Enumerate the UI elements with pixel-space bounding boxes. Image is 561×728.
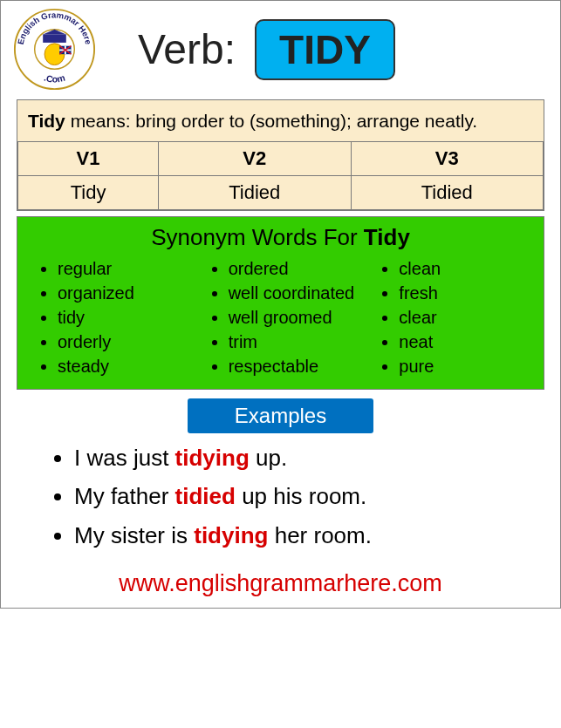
verb-label: Verb: (138, 25, 236, 73)
header: English Grammar Here .Com Verb: TIDY (1, 1, 560, 99)
definition-box: Tidy means: bring order to (something); … (17, 99, 544, 211)
examples-title-row: Examples (1, 398, 560, 433)
list-item: orderly (58, 330, 195, 354)
table-row: Tidy Tidied Tidied (18, 176, 544, 210)
site-logo: English Grammar Here .Com (13, 8, 96, 91)
example-item: My sister is tidying her room. (74, 516, 525, 555)
examples-list: I was just tidying up. My father tidied … (44, 439, 525, 555)
cell-v2: Tidied (159, 176, 351, 210)
svg-rect-4 (43, 34, 66, 43)
list-item: trim (229, 330, 366, 354)
verb-forms-table: V1 V2 V3 Tidy Tidied Tidied (17, 141, 544, 210)
highlight: tidied (175, 483, 236, 509)
example-item: I was just tidying up. (74, 439, 525, 477)
footer-url: www.englishgrammarhere.com (1, 563, 560, 608)
list-item: ordered (229, 256, 366, 281)
highlight: tidying (175, 445, 250, 471)
synonym-columns: regular organized tidy orderly steady or… (17, 256, 544, 378)
list-item: fresh (399, 281, 537, 305)
list-item: respectable (229, 354, 366, 378)
synonym-title: Synonym Words For Tidy (17, 224, 544, 251)
synonym-col-1: regular organized tidy orderly steady (24, 256, 195, 378)
col-v1: V1 (18, 142, 159, 176)
list-item: clean (399, 256, 537, 281)
synonym-col-3: clean fresh clear neat pure (366, 256, 537, 378)
table-header-row: V1 V2 V3 (18, 142, 544, 176)
examples-title: Examples (188, 398, 373, 433)
col-v2: V2 (159, 142, 351, 176)
definition-label: means: (65, 111, 136, 131)
list-item: clear (399, 305, 537, 330)
list-item: steady (58, 354, 195, 378)
definition-body: bring order to (something); arrange neat… (135, 111, 477, 131)
cell-v1: Tidy (18, 176, 159, 210)
verb-word-box: TIDY (255, 19, 395, 80)
synonym-col-2: ordered well coordinated well groomed tr… (195, 256, 366, 378)
definition-text: Tidy means: bring order to (something); … (17, 100, 544, 141)
list-item: neat (399, 330, 537, 354)
list-item: well coordinated (229, 281, 366, 305)
definition-word: Tidy (28, 111, 65, 131)
list-item: tidy (58, 305, 195, 330)
example-item: My father tidied up his room. (74, 477, 525, 515)
col-v3: V3 (351, 142, 544, 176)
svg-text:.Com: .Com (43, 73, 66, 85)
list-item: regular (58, 256, 195, 281)
cell-v3: Tidied (351, 176, 544, 210)
synonym-box: Synonym Words For Tidy regular organized… (17, 216, 544, 390)
page: English Grammar Here .Com Verb: TIDY Tid… (0, 0, 561, 609)
list-item: organized (58, 281, 195, 305)
highlight: tidying (194, 522, 268, 548)
list-item: pure (399, 354, 537, 378)
list-item: well groomed (229, 305, 366, 330)
